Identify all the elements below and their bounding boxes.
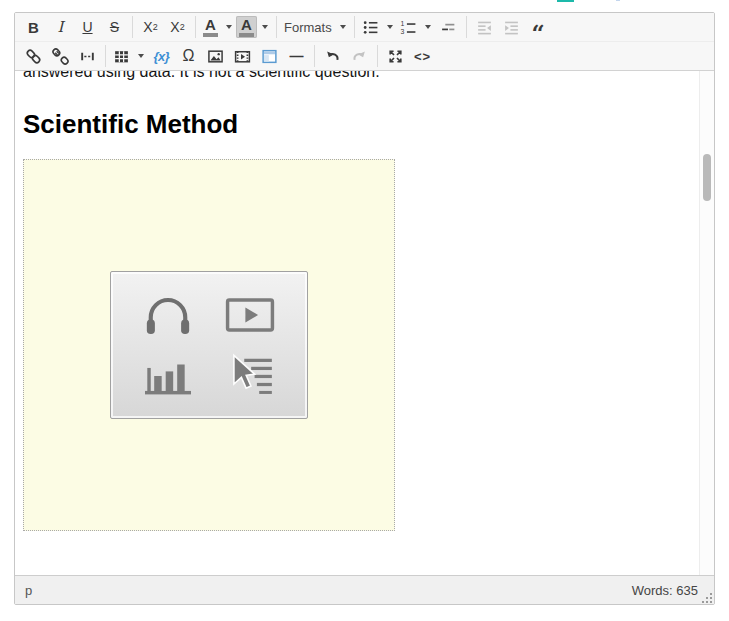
dropdown-caret-icon[interactable] [340, 25, 346, 29]
yellow-callout-box[interactable] [23, 159, 395, 531]
redo-main [348, 47, 371, 66]
indent-button [498, 15, 525, 39]
toolbar-row-1: BIUSX2X2AAFormats13“ [15, 13, 714, 41]
numbered-list-main[interactable]: 13 [397, 18, 420, 37]
page-canvas: BIUSX2X2AAFormats13“ {x}Ω—<> answered us… [0, 0, 729, 621]
insert-template-icon [261, 48, 278, 65]
superscript-main[interactable]: X2 [167, 19, 187, 35]
subscript-icon: X [143, 20, 152, 34]
color-swatch [203, 33, 218, 37]
strikethrough-button[interactable]: S [101, 15, 128, 39]
insert-link-button[interactable] [20, 44, 47, 68]
insert-image-main[interactable] [204, 47, 227, 66]
headphones-icon [141, 292, 195, 338]
subscript-main[interactable]: X2 [140, 19, 160, 35]
cropped-ui-fragment-2 [616, 0, 620, 1]
element-path[interactable]: p [25, 583, 32, 598]
remove-link-button[interactable] [47, 44, 74, 68]
underline-button[interactable]: U [74, 15, 101, 39]
toolbar-separator [132, 16, 133, 38]
insert-variable-button[interactable]: {x} [148, 44, 175, 68]
text-color-main[interactable]: A [200, 16, 221, 38]
indent-icon [503, 19, 520, 36]
horizontal-rule-icon: — [290, 49, 304, 63]
insert-media-button[interactable] [229, 44, 256, 68]
table-button[interactable] [110, 44, 148, 68]
superscript-button[interactable]: X2 [164, 15, 191, 39]
undo-button[interactable] [319, 44, 346, 68]
editor-toolbar: BIUSX2X2AAFormats13“ {x}Ω—<> [15, 13, 714, 71]
formats-button[interactable]: Formats [281, 15, 350, 39]
source-code-button[interactable]: <> [409, 44, 436, 68]
color-swatch [239, 33, 254, 37]
insert-link-main[interactable] [22, 47, 45, 66]
cropped-ui-fragment [557, 0, 574, 2]
svg-text:3: 3 [400, 28, 404, 35]
insert-image-icon [207, 48, 224, 65]
clipped-paragraph: answered using data. It is not a scienti… [23, 71, 684, 82]
italic-button[interactable]: I [47, 15, 74, 39]
insert-media-icon [234, 48, 251, 65]
insert-image-button[interactable] [202, 44, 229, 68]
dropdown-caret-icon[interactable] [262, 25, 268, 29]
dropdown-caret-icon[interactable] [226, 25, 232, 29]
dropdown-caret-icon[interactable] [425, 25, 431, 29]
special-character-main[interactable]: Ω [180, 47, 198, 65]
dropdown-caret-icon[interactable] [387, 25, 393, 29]
page-break-button[interactable] [74, 44, 101, 68]
document-body[interactable]: answered using data. It is not a scienti… [15, 71, 714, 575]
background-color-main[interactable]: A [236, 16, 257, 38]
indent-main [500, 18, 523, 37]
dropdown-caret-icon[interactable] [138, 54, 144, 58]
editor-content-area[interactable]: answered using data. It is not a scienti… [15, 71, 714, 575]
scrollbar-thumb[interactable] [703, 154, 711, 201]
insert-media-main[interactable] [231, 47, 254, 66]
blockquote-icon: “ [532, 21, 545, 44]
paragraph-spacing-main[interactable] [437, 18, 460, 37]
paragraph-spacing-button[interactable] [435, 15, 462, 39]
toolbar-separator [354, 16, 355, 38]
text-color-button[interactable]: A [200, 15, 236, 39]
superscript-small-glyph: 2 [180, 22, 185, 32]
undo-icon [324, 48, 341, 65]
blockquote-button[interactable]: “ [525, 15, 552, 39]
source-code-main[interactable]: <> [411, 49, 434, 64]
toolbar-separator [466, 16, 467, 38]
table-main[interactable] [110, 47, 133, 66]
page-break-main[interactable] [76, 47, 99, 66]
horizontal-rule-button[interactable]: — [283, 44, 310, 68]
subscript-button[interactable]: X2 [137, 15, 164, 39]
underline-main[interactable]: U [79, 19, 95, 35]
numbered-list-icon: 13 [400, 19, 417, 36]
redo-button [346, 44, 373, 68]
media-embed-placeholder[interactable] [110, 271, 308, 419]
bar-chart-icon [141, 353, 195, 399]
insert-template-button[interactable] [256, 44, 283, 68]
fullscreen-main[interactable] [384, 47, 407, 66]
undo-main[interactable] [321, 47, 344, 66]
background-color-button[interactable]: A [236, 15, 272, 39]
bold-button[interactable]: B [20, 15, 47, 39]
subscript-small-glyph: 2 [153, 22, 158, 32]
formats-icon: Formats [284, 21, 332, 34]
interactive-pointer-icon [223, 353, 277, 399]
blockquote-main[interactable]: “ [529, 15, 548, 40]
insert-variable-main[interactable]: {x} [151, 49, 173, 64]
remove-link-main[interactable] [49, 47, 72, 66]
bullet-list-main[interactable] [359, 18, 382, 37]
numbered-list-button[interactable]: 13 [397, 15, 435, 39]
toolbar-separator [105, 45, 106, 67]
remove-link-icon [52, 48, 69, 65]
vertical-scrollbar[interactable] [699, 71, 714, 575]
italic-main[interactable]: I [55, 19, 67, 36]
fullscreen-button[interactable] [382, 44, 409, 68]
horizontal-rule-main[interactable]: — [287, 48, 307, 64]
superscript-icon: X [170, 20, 179, 34]
insert-template-main[interactable] [258, 47, 281, 66]
bullet-list-button[interactable] [359, 15, 397, 39]
strikethrough-main[interactable]: S [107, 19, 122, 35]
bold-main[interactable]: B [25, 19, 42, 36]
resize-grip-icon[interactable] [702, 593, 712, 603]
formats-main[interactable]: Formats [281, 20, 335, 35]
special-character-button[interactable]: Ω [175, 44, 202, 68]
